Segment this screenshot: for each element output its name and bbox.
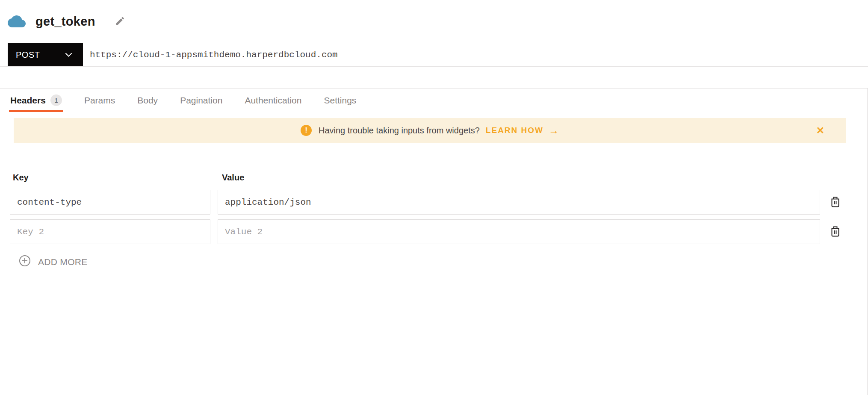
add-more-button[interactable]: ADD MORE	[19, 255, 88, 269]
edit-name-button[interactable]	[115, 16, 125, 27]
arrow-right-icon: →	[549, 124, 559, 136]
url-input[interactable]: https://cloud-1-appsmithdemo.harperdbclo…	[83, 43, 868, 66]
header-value-input[interactable]	[218, 190, 820, 215]
learn-how-link[interactable]: LEARN HOW →	[486, 124, 559, 136]
key-column-label: Key	[13, 173, 29, 183]
request-bar: POST https://cloud-1-appsmithdemo.harper…	[0, 43, 868, 67]
method-dropdown[interactable]: POST	[8, 43, 83, 66]
header-key-input[interactable]	[10, 190, 210, 215]
banner-close-button[interactable]: ✕	[816, 126, 824, 136]
trash-icon	[830, 226, 840, 238]
pencil-icon	[115, 16, 125, 27]
value-column-label: Value	[222, 173, 244, 183]
tab-label: Settings	[324, 95, 356, 106]
learn-how-label: LEARN HOW	[486, 126, 543, 135]
tab-label: Body	[137, 95, 158, 106]
header-value-input[interactable]	[218, 219, 820, 244]
tab-body[interactable]: Body	[137, 88, 158, 112]
tab-settings[interactable]: Settings	[324, 88, 356, 112]
chevron-down-icon	[65, 52, 72, 58]
help-banner: ! Having trouble taking inputs from widg…	[14, 118, 846, 143]
warning-icon: !	[301, 125, 312, 136]
trash-icon	[830, 196, 840, 209]
tab-params[interactable]: Params	[84, 88, 115, 112]
method-label: POST	[16, 50, 40, 60]
delete-row-button[interactable]	[829, 225, 841, 238]
api-editor: get_token POST https://cloud-1-appsmithd…	[0, 0, 868, 395]
tab-pagination[interactable]: Pagination	[180, 88, 222, 112]
banner-message: Having trouble taking inputs from widget…	[319, 126, 480, 136]
tab-label: Authentication	[245, 95, 301, 106]
page-title: get_token	[35, 15, 95, 29]
cloud-api-icon	[8, 15, 26, 27]
editor-header: get_token	[0, 0, 868, 43]
tab-label: Params	[84, 95, 115, 106]
tab-bar: Headers 1 Params Body Pagination Authent…	[0, 88, 868, 112]
tab-headers[interactable]: Headers 1	[10, 88, 62, 112]
pane-divider	[867, 88, 868, 395]
tab-label: Headers	[10, 95, 46, 106]
header-key-input[interactable]	[10, 219, 210, 244]
add-more-label: ADD MORE	[38, 257, 88, 267]
tab-label: Pagination	[180, 95, 222, 106]
tab-authentication[interactable]: Authentication	[245, 88, 301, 112]
plus-circle-icon	[19, 255, 31, 269]
headers-count-badge: 1	[50, 94, 62, 106]
close-icon: ✕	[816, 125, 824, 136]
delete-row-button[interactable]	[829, 196, 841, 209]
